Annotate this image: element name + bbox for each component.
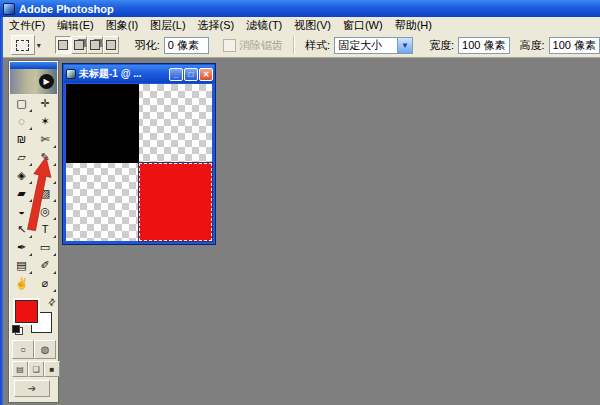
dodge-icon: ◎ [40,205,50,218]
photoshop-window: Adobe Photoshop 文件(F) 编辑(E) 图象(I) 图层(L) … [0,0,600,405]
width-label: 宽度: [429,38,454,53]
fullscreen-icon: ■ [50,365,55,374]
new-selection-button[interactable] [55,36,71,54]
toolbox-grip[interactable] [10,62,57,69]
brush-tool[interactable]: ✎ [33,149,57,167]
pen-tool[interactable]: ✒ [10,239,33,257]
crop-icon: ₪ [17,133,26,145]
window-title: Adobe Photoshop [19,3,114,15]
pen-icon: ✒ [17,241,26,254]
magic-wand-tool[interactable]: ✶ [33,113,57,131]
lasso-tool[interactable]: ◌ [10,113,33,131]
maximize-button[interactable]: □ [184,68,198,81]
add-to-selection-button[interactable] [71,36,87,54]
eyedropper-tool[interactable]: ✐ [33,257,57,275]
menu-item-image[interactable]: 图象(I) [100,17,144,34]
menu-item-layer[interactable]: 图层(L) [144,17,191,34]
selection-mode-group [55,36,119,54]
brush-icon: ✎ [40,151,49,164]
document-canvas[interactable] [66,84,212,241]
quick-mask-icon: ◍ [41,344,50,355]
crop-tool[interactable]: ₪ [10,131,33,149]
hand-tool[interactable]: ✌ [10,275,33,293]
tool-grid: ▢ ✛ ◌ ✶ ₪ ✄ ▱ ✎ ◈ ↶ ▰ ▨ ◒ ◎ ↖ T ✒ ▭ ▤ ✐ … [10,95,57,293]
menu-item-filter[interactable]: 滤镜(T) [240,17,288,34]
new-selection-icon [58,40,68,50]
document-titlebar[interactable]: 未标题-1 @ ... _ □ ✕ [64,65,214,83]
default-colors-icon[interactable] [12,325,23,335]
minimize-button[interactable]: _ [169,68,183,81]
blur-tool[interactable]: ◒ [10,203,33,221]
menu-item-window[interactable]: 窗口(W) [337,17,389,34]
eyedropper-icon: ✐ [40,259,49,272]
antialias-checkbox[interactable] [223,39,236,52]
path-selection-icon: ↖ [17,223,26,236]
style-select[interactable]: 固定大小 ▼ [334,37,413,54]
chevron-down-icon[interactable]: ▼ [397,38,412,53]
menu-item-select[interactable]: 选择(S) [192,17,241,34]
zoom-tool[interactable]: ⌀ [33,275,57,293]
hand-icon: ✌ [15,277,29,290]
mask-mode-group: ○ ◍ [12,340,56,359]
red-square-selection [139,163,212,242]
history-brush-icon: ↶ [40,169,49,182]
notes-icon: ▤ [16,259,26,272]
type-icon: T [42,223,49,235]
history-brush-tool[interactable]: ↶ [33,167,57,185]
menu-item-help[interactable]: 帮助(H) [389,17,438,34]
rectangular-marquee-tool[interactable]: ▢ [10,95,33,113]
photoshop-app-icon [3,3,15,15]
imageready-icon: ➔ [28,383,36,394]
menu-item-edit[interactable]: 编辑(E) [51,17,100,34]
standard-mode-button[interactable]: ○ [12,340,34,359]
foreground-color-swatch[interactable] [15,300,38,323]
window-titlebar[interactable]: Adobe Photoshop [0,0,600,17]
healing-brush-icon: ▱ [17,151,25,164]
swap-colors-icon[interactable]: ⇄ [46,296,58,308]
options-separator [293,36,295,54]
intersect-selection-button[interactable] [103,36,119,54]
shape-icon: ▭ [40,241,50,254]
lasso-icon: ◌ [18,115,25,127]
fullscreen-menubar-button[interactable]: ❏ [28,361,44,377]
eraser-tool[interactable]: ▰ [10,185,33,203]
shape-tool[interactable]: ▭ [33,239,57,257]
adobe-online-button[interactable]: ▶ [39,74,54,89]
play-icon: ▶ [43,77,49,86]
eraser-icon: ▰ [17,187,25,200]
tool-preset-button[interactable] [11,35,35,55]
subtract-from-selection-icon [90,40,100,50]
type-tool[interactable]: T [33,221,57,239]
jump-to-imageready-button[interactable]: ➔ [14,380,50,397]
default-fg-chip [12,325,20,333]
preset-dropdown-icon[interactable]: ▾ [37,41,41,50]
document-window-buttons: _ □ ✕ [168,68,213,81]
add-to-selection-icon [74,40,84,50]
imageready-row: ➔ [14,380,50,397]
subtract-from-selection-button[interactable] [87,36,103,54]
standard-screen-button[interactable]: ▤ [12,361,28,377]
path-selection-tool[interactable]: ↖ [10,221,33,239]
menu-item-file[interactable]: 文件(F) [3,17,51,34]
clone-stamp-tool[interactable]: ◈ [10,167,33,185]
move-icon: ✛ [40,97,49,110]
color-swatches: ⇄ [10,297,57,337]
slice-icon: ✄ [40,133,49,146]
dodge-tool[interactable]: ◎ [33,203,57,221]
menu-item-view[interactable]: 视图(V) [288,17,337,34]
height-input[interactable]: 100 像素 [549,37,600,54]
gradient-tool[interactable]: ▨ [33,185,57,203]
close-button[interactable]: ✕ [199,68,213,81]
width-input[interactable]: 100 像素 [458,37,509,54]
window-left-border [0,0,3,405]
quick-mask-button[interactable]: ◍ [34,340,56,359]
notes-tool[interactable]: ▤ [10,257,33,275]
healing-brush-tool[interactable]: ▱ [10,149,33,167]
fullscreen-button[interactable]: ■ [44,361,60,377]
clone-stamp-icon: ◈ [17,169,25,182]
feather-input[interactable]: 0 像素 [164,37,209,54]
screen-mode-group: ▤ ❏ ■ [12,361,60,377]
slice-tool[interactable]: ✄ [33,131,57,149]
move-tool[interactable]: ✛ [33,95,57,113]
antialias-label: 消除锯齿 [239,38,283,53]
